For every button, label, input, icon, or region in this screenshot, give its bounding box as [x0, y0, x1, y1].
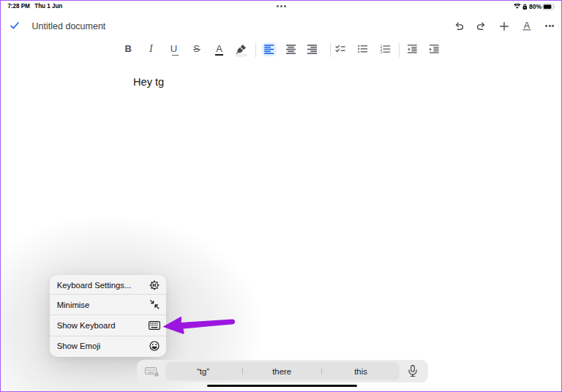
- svg-text:3: 3: [380, 50, 382, 54]
- svg-text:A: A: [524, 21, 531, 31]
